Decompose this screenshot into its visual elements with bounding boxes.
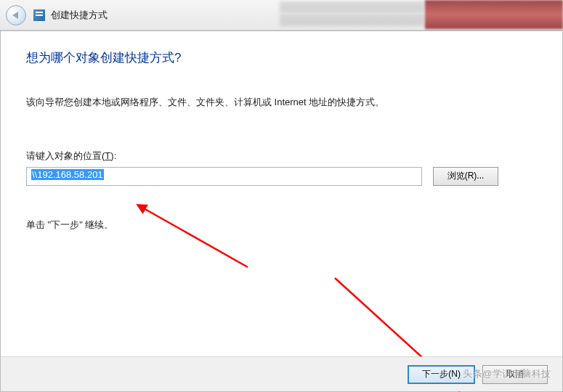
page-description: 该向导帮您创建本地或网络程序、文件、文件夹、计算机或 Internet 地址的快… <box>26 95 537 110</box>
shortcut-wizard-icon <box>33 9 45 21</box>
back-button[interactable] <box>6 5 26 25</box>
back-arrow-icon <box>12 12 18 19</box>
watermark-text: 头条@学识电脑科技 <box>463 367 551 380</box>
window-title: 创建快捷方式 <box>51 9 108 22</box>
background-blur <box>280 1 425 29</box>
background-blur-red <box>425 0 563 29</box>
page-heading: 想为哪个对象创建快捷方式? <box>26 49 537 66</box>
titlebar: 创建快捷方式 <box>0 0 563 30</box>
browse-button[interactable]: 浏览(R)... <box>433 167 498 186</box>
wizard-panel: 想为哪个对象创建快捷方式? 该向导帮您创建本地或网络程序、文件、文件夹、计算机或… <box>0 30 563 392</box>
location-input[interactable]: \\192.168.58.201 <box>26 167 422 186</box>
location-label: 请键入对象的位置(T): <box>26 150 537 163</box>
continue-hint: 单击 "下一步" 继续。 <box>26 219 537 232</box>
